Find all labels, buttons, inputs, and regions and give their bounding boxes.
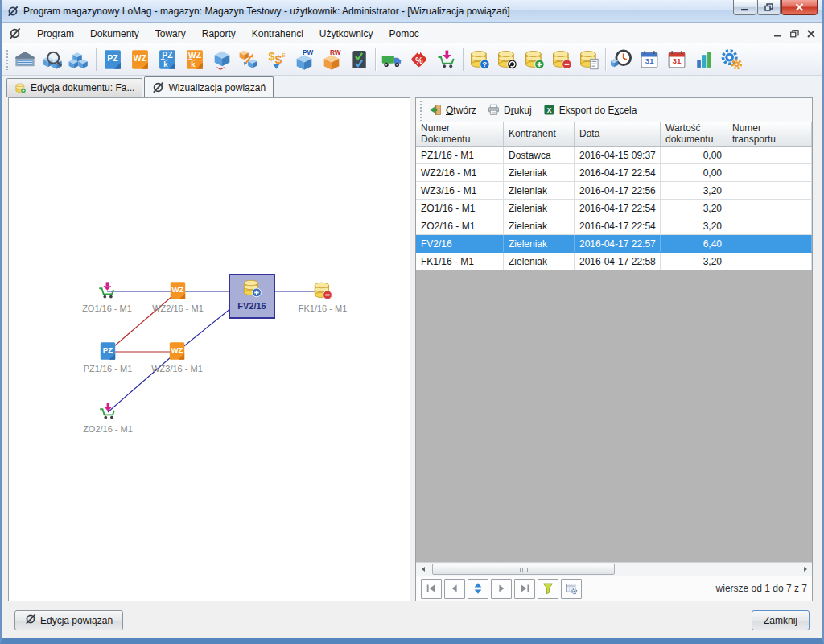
coins-remove-icon[interactable] bbox=[548, 45, 575, 74]
cell-warto-dokumentu[interactable]: 0,00 bbox=[661, 164, 727, 181]
cell-warto-dokumentu[interactable]: 6,40 bbox=[661, 235, 727, 252]
cell-numer-transportu[interactable] bbox=[727, 253, 812, 270]
coins-invoice-icon[interactable] bbox=[575, 45, 603, 74]
diagram-node-fk1-16-m1[interactable]: FK1/16 - M1 bbox=[286, 280, 359, 313]
pager-previous-button[interactable] bbox=[444, 579, 465, 599]
cell-numer-dokumentu[interactable]: ZO1/16 - M1 bbox=[416, 200, 504, 217]
diagram-node-zo1-16-m1[interactable]: ZO1/16 - M1 bbox=[71, 280, 143, 313]
pager-first-button[interactable] bbox=[421, 579, 442, 599]
close-button[interactable] bbox=[781, 0, 818, 15]
cell-warto-dokumentu[interactable]: 3,20 bbox=[661, 200, 727, 217]
rw-document-icon[interactable]: RW bbox=[318, 45, 345, 74]
diagram-node-fv2-16[interactable]: FV2/16 bbox=[229, 274, 275, 319]
column-header-data[interactable]: Data bbox=[575, 122, 661, 146]
cell-numer-dokumentu[interactable]: ZO2/16 - M1 bbox=[416, 217, 504, 234]
eksport-do-excela-button[interactable]: XEksport do Excela bbox=[538, 101, 644, 119]
menu-towary[interactable]: Towary bbox=[147, 25, 194, 43]
table-row-fk1-16-m1[interactable]: FK1/16 - M1Zieleniak2016-04-17 22:583,20 bbox=[416, 253, 812, 270]
calendar-red-icon[interactable]: 31 bbox=[663, 45, 690, 74]
cell-numer-transportu[interactable] bbox=[727, 147, 812, 163]
table-row-pz1-16-m1[interactable]: PZ1/16 - M1Dostawca2016-04-15 09:370,00 bbox=[416, 147, 812, 164]
cell-warto-dokumentu[interactable]: 3,20 bbox=[661, 253, 727, 270]
pager-last-button[interactable] bbox=[514, 579, 535, 599]
cell-data[interactable]: 2016-04-17 22:54 bbox=[575, 164, 661, 181]
cell-warto-dokumentu[interactable]: 3,20 bbox=[661, 182, 727, 199]
cell-data[interactable]: 2016-04-17 22:54 bbox=[575, 200, 661, 217]
diagram-node-pz1-16-m1[interactable]: PZ PZ1/16 - M1 bbox=[72, 341, 144, 374]
pager-filter-button[interactable] bbox=[538, 579, 558, 599]
cell-numer-dokumentu[interactable]: FK1/16 - M1 bbox=[416, 253, 504, 270]
diagram-node-wz3-16-m1[interactable]: WZ WZ3/16 - M1 bbox=[141, 341, 213, 374]
cell-numer-transportu[interactable] bbox=[727, 164, 812, 181]
cell-warto-dokumentu[interactable]: 0,00 bbox=[661, 147, 727, 163]
cell-numer-dokumentu[interactable]: PZ1/16 - M1 bbox=[416, 147, 504, 163]
warehouse-transfer-icon[interactable] bbox=[236, 45, 263, 74]
warehouse-icon[interactable] bbox=[11, 45, 39, 74]
menu-program[interactable]: Program bbox=[29, 25, 82, 43]
cell-kontrahent[interactable]: Zieleniak bbox=[504, 253, 575, 270]
scrollbar-thumb[interactable] bbox=[432, 564, 615, 575]
cell-warto-dokumentu[interactable]: 3,20 bbox=[661, 217, 727, 234]
edit-links-button[interactable]: Edycja powiązań bbox=[14, 610, 123, 630]
table-row-fv2-16[interactable]: FV2/16Zieleniak2016-04-17 22:576,40 bbox=[416, 235, 812, 253]
cell-numer-dokumentu[interactable]: WZ3/16 - M1 bbox=[416, 182, 504, 199]
menu-pomoc[interactable]: Pomoc bbox=[381, 25, 427, 43]
cell-data[interactable]: 2016-04-15 09:37 bbox=[575, 147, 661, 163]
cell-kontrahent[interactable]: Zieleniak bbox=[504, 200, 575, 217]
horizontal-scrollbar[interactable] bbox=[416, 562, 812, 576]
pw-document-icon[interactable]: PW bbox=[290, 45, 318, 74]
pz-document-icon[interactable]: PZ bbox=[99, 45, 126, 74]
drukuj-button[interactable]: Drukuj bbox=[483, 101, 538, 119]
table-row-zo1-16-m1[interactable]: ZO1/16 - M1Zieleniak2016-04-17 22:543,20 bbox=[416, 200, 812, 217]
stocktaking-icon[interactable] bbox=[345, 45, 373, 74]
delivery-truck-icon[interactable] bbox=[378, 45, 406, 74]
cell-kontrahent[interactable]: Zieleniak bbox=[504, 235, 575, 252]
pager-sort-button[interactable] bbox=[468, 579, 488, 599]
menu-u-ytkownicy[interactable]: Użytkownicy bbox=[311, 25, 381, 43]
pager-customize-button[interactable] bbox=[561, 579, 582, 599]
tab-wizualizacja-powi-za[interactable]: Wizualizacja powiązań bbox=[144, 76, 274, 97]
items-icon[interactable] bbox=[66, 45, 93, 74]
mdi-close-icon[interactable] bbox=[807, 30, 815, 38]
mdi-restore-icon[interactable] bbox=[790, 30, 799, 38]
grid-toolbar-grip[interactable] bbox=[419, 100, 423, 121]
cell-data[interactable]: 2016-04-17 22:58 bbox=[575, 253, 661, 270]
toolbar-grip[interactable] bbox=[6, 49, 10, 70]
table-row-wz3-16-m1[interactable]: WZ3/16 - M1Zieleniak2016-04-17 22:563,20 bbox=[416, 182, 812, 200]
tab-edycja-dokumentu-fa[interactable]: Edycja dokumentu: Fa... bbox=[6, 78, 142, 97]
statistics-icon[interactable] bbox=[690, 45, 718, 74]
settings-icon[interactable] bbox=[718, 45, 745, 74]
diagram-node-wz2-16-m1[interactable]: WZ WZ2/16 - M1 bbox=[142, 280, 214, 313]
coins-add-icon[interactable] bbox=[521, 45, 548, 74]
cell-data[interactable]: 2016-04-17 22:56 bbox=[575, 182, 661, 199]
wz-document-icon[interactable]: WZ bbox=[126, 45, 154, 74]
pzk-document-icon[interactable]: PZk bbox=[154, 45, 181, 74]
mdi-minimize-icon[interactable] bbox=[774, 30, 782, 37]
cell-data[interactable]: 2016-04-17 22:54 bbox=[575, 217, 661, 234]
column-header-numer-transportu[interactable]: Numer transportu bbox=[727, 122, 812, 146]
cell-numer-dokumentu[interactable]: FV2/16 bbox=[416, 235, 504, 252]
cell-kontrahent[interactable]: Zieleniak bbox=[504, 164, 575, 181]
scroll-right-icon[interactable] bbox=[798, 563, 812, 576]
search-items-icon[interactable] bbox=[39, 45, 66, 74]
column-header-numer-dokumentu[interactable]: Numer Dokumentu bbox=[416, 122, 504, 146]
pager-next-button[interactable] bbox=[491, 579, 512, 599]
cell-numer-dokumentu[interactable]: WZ2/16 - M1 bbox=[416, 164, 504, 181]
cell-kontrahent[interactable]: Zieleniak bbox=[504, 217, 575, 234]
cell-numer-transportu[interactable] bbox=[727, 235, 812, 252]
column-header-kontrahent[interactable]: Kontrahent bbox=[504, 122, 575, 146]
minimize-button[interactable] bbox=[733, 0, 756, 15]
table-row-zo2-16-m1[interactable]: ZO2/16 - M1Zieleniak2016-04-17 22:543,20 bbox=[416, 217, 812, 235]
calendar-blue-icon[interactable]: 31 bbox=[636, 45, 663, 74]
cell-data[interactable]: 2016-04-17 22:57 bbox=[575, 235, 661, 252]
menu-dokumenty[interactable]: Dokumenty bbox=[82, 25, 147, 43]
restore-button[interactable] bbox=[757, 0, 781, 15]
close-view-button[interactable]: Zamknij bbox=[752, 610, 810, 630]
work-time-icon[interactable] bbox=[608, 45, 636, 74]
coins-question-icon[interactable]: ? bbox=[466, 45, 493, 74]
menu-raporty[interactable]: Raporty bbox=[194, 25, 244, 43]
table-row-wz2-16-m1[interactable]: WZ2/16 - M1Zieleniak2016-04-17 22:540,00 bbox=[416, 164, 812, 182]
coins-refresh-icon[interactable] bbox=[493, 45, 521, 74]
wzk-document-icon[interactable]: WZk bbox=[181, 45, 208, 74]
purchase-cart-icon[interactable] bbox=[433, 45, 460, 74]
